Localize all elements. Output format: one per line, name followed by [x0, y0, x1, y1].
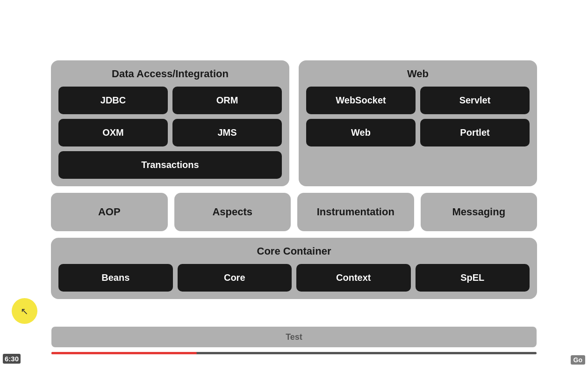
- timestamp: 6:30: [3, 354, 21, 364]
- core-container-panel: Core Container Beans Core Context SpEL: [51, 238, 537, 299]
- progress-bar-container[interactable]: [51, 352, 537, 354]
- data-access-grid-2: Transactions: [58, 151, 282, 179]
- data-access-title: Data Access/Integration: [58, 68, 282, 80]
- test-bar: Test: [51, 327, 537, 347]
- web-box: Web: [306, 119, 416, 146]
- core-grid: Beans Core Context SpEL: [58, 264, 530, 292]
- transactions-box: Transactions: [58, 151, 282, 179]
- portlet-box: Portlet: [420, 119, 530, 146]
- aspects-panel: Aspects: [174, 193, 291, 231]
- context-box: Context: [296, 264, 411, 292]
- jdbc-box: JDBC: [58, 87, 168, 114]
- instrumentation-panel: Instrumentation: [297, 193, 414, 231]
- oxm-box: OXM: [58, 119, 168, 146]
- video-area: Data Access/Integration JDBC ORM OXM JMS…: [0, 0, 588, 373]
- web-panel: Web WebSocket Servlet Web Portlet: [299, 60, 537, 186]
- data-access-grid-1: JDBC ORM OXM JMS: [58, 87, 282, 146]
- core-container-title: Core Container: [58, 245, 530, 257]
- orm-box: ORM: [172, 87, 282, 114]
- beans-box: Beans: [58, 264, 173, 292]
- cursor-indicator: ↖: [12, 298, 37, 324]
- test-label: Test: [286, 332, 302, 342]
- data-access-panel: Data Access/Integration JDBC ORM OXM JMS…: [51, 60, 289, 186]
- progress-bar-fill: [51, 352, 197, 354]
- core-box: Core: [178, 264, 292, 292]
- servlet-box: Servlet: [420, 87, 530, 114]
- aop-panel: AOP: [51, 193, 168, 231]
- jms-box: JMS: [172, 119, 282, 146]
- spel-box: SpEL: [416, 264, 530, 292]
- cursor-arrow-icon: ↖: [21, 306, 29, 317]
- diagram-container: Data Access/Integration JDBC ORM OXM JMS…: [51, 60, 537, 299]
- websocket-box: WebSocket: [306, 87, 416, 114]
- messaging-panel: Messaging: [421, 193, 538, 231]
- web-title: Web: [306, 68, 530, 80]
- top-row: Data Access/Integration JDBC ORM OXM JMS…: [51, 60, 537, 186]
- web-grid: WebSocket Servlet Web Portlet: [306, 87, 530, 146]
- middle-row: AOP Aspects Instrumentation Messaging: [51, 193, 537, 231]
- go-button[interactable]: Go: [571, 355, 585, 365]
